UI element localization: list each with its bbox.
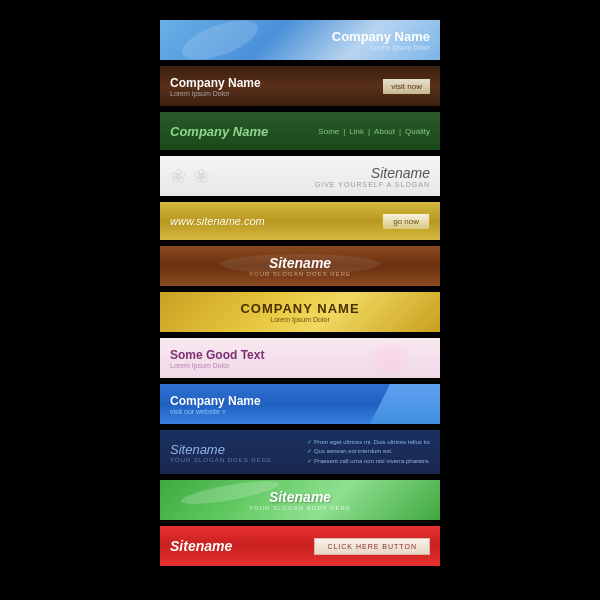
banner-dark-green: Company Name Some | Link | About | Quali…	[160, 112, 440, 150]
banner11-slogan: YOUR SLOGAN BODY HERE	[249, 505, 351, 511]
banner-pink: Some Good Text Lorem Ipsum Dolor	[160, 338, 440, 378]
banner10-slogan: YOUR SLOGAN DOES HERE	[170, 457, 272, 463]
nav-item-link[interactable]: Link	[349, 127, 364, 136]
banner3-nav: Some | Link | About | Quality	[318, 127, 430, 136]
banner9-company: Company Name	[170, 394, 261, 408]
banner10-sitename: Sitename	[170, 442, 272, 457]
banners-list: Company Name Lorem Ipsum Dolor Company N…	[160, 20, 440, 566]
nav-item-quality[interactable]: Quality	[405, 127, 430, 136]
banner11-sitename: Sitename	[269, 489, 331, 505]
banner4-slogan: GIVE YOURSELF A SLOGAN	[315, 181, 430, 188]
banner5-go-button[interactable]: go now	[382, 213, 430, 230]
nav-sep-1: |	[343, 127, 345, 136]
banner1-company: Company Name	[332, 29, 430, 44]
banner8-slogan: Lorem Ipsum Dolor	[170, 362, 264, 369]
banner4-sitename: Sitename	[371, 165, 430, 181]
banner-gold-url: www.sitename.com go now	[160, 202, 440, 240]
banner-dark-blue-checklist: Sitename YOUR SLOGAN DOES HERE Prom eget…	[160, 430, 440, 474]
banner10-left: Sitename YOUR SLOGAN DOES HERE	[170, 442, 272, 463]
banner3-company: Company Name	[170, 124, 268, 139]
nav-item-some[interactable]: Some	[318, 127, 339, 136]
banner7-company: Company Name	[240, 301, 359, 316]
nav-item-about[interactable]: About	[374, 127, 395, 136]
banner8-left: Some Good Text Lorem Ipsum Dolor	[170, 348, 264, 369]
banner-blue-gradient: Company Name Lorem Ipsum Dolor	[160, 20, 440, 60]
banner6-slogan: YOUR SLOGAN DOES HERE	[249, 271, 351, 277]
banner12-sitename: Sitename	[170, 538, 232, 554]
banner2-slogan: Lorem Ipsum Dolor	[170, 90, 261, 97]
checklist-item-1: Prom eget ultrices mi. Duis ultrices tel…	[307, 438, 430, 448]
banner6-sitename: Sitename	[269, 255, 331, 271]
banner1-slogan: Lorem Ipsum Dolor	[370, 44, 430, 51]
banner-brown-copper: Sitename YOUR SLOGAN DOES HERE	[160, 246, 440, 286]
banner2-left: Company Name Lorem Ipsum Dolor	[170, 76, 261, 97]
banner7-slogan: Lorem Ipsum Dolor	[270, 316, 330, 323]
banner9-slogan: visit our website »	[170, 408, 226, 415]
banner-dark-brown: Company Name Lorem Ipsum Dolor visit now	[160, 66, 440, 106]
nav-sep-3: |	[399, 127, 401, 136]
banner8-company: Some Good Text	[170, 348, 264, 362]
banner5-url: www.sitename.com	[170, 215, 265, 227]
banner-white-floral: Sitename GIVE YOURSELF A SLOGAN	[160, 156, 440, 196]
banner12-click-button[interactable]: CLICK HERE BUTTON	[314, 538, 430, 555]
banner2-company: Company Name	[170, 76, 261, 90]
banner-blue-company: Company Name visit our website »	[160, 384, 440, 424]
nav-sep-2: |	[368, 127, 370, 136]
banner-green-sitename: Sitename YOUR SLOGAN BODY HERE	[160, 480, 440, 520]
banner10-checklist: Prom eget ultrices mi. Duis ultrices tel…	[307, 438, 430, 467]
checklist-item-3: Praesent call urna non nisl viverra phar…	[307, 457, 430, 467]
banner-gold-company: Company Name Lorem Ipsum Dolor	[160, 292, 440, 332]
banner2-visit-button[interactable]: visit now	[383, 79, 430, 94]
checklist-item-2: Qus aenean est interdum est.	[307, 447, 430, 457]
banner-red-sitename: Sitename CLICK HERE BUTTON	[160, 526, 440, 566]
